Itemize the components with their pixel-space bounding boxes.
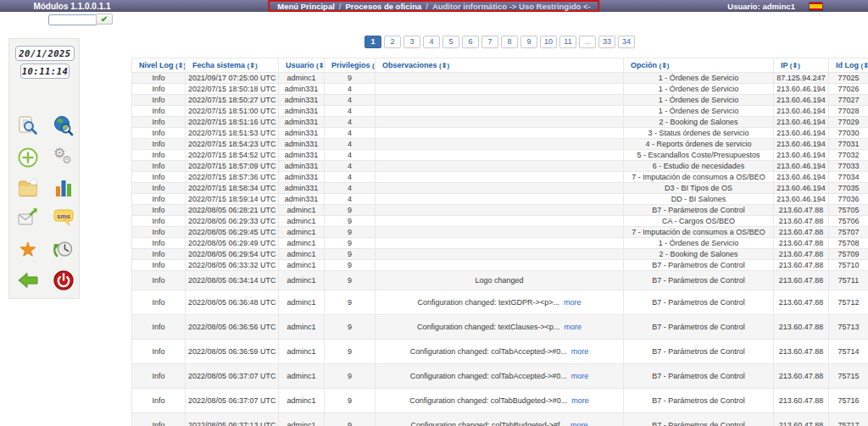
global-search-icon[interactable] [52,115,75,137]
cell-fecha: 2022/08/05 06:36:56 UTC [186,315,279,340]
pagination: 1234567891011...3334 [131,34,868,49]
page-button-6[interactable]: 6 [462,36,479,48]
column-header-usuario[interactable]: Usuario (⇕) [279,58,325,73]
observation-text: Configuration changed: colTabBudgeted->#… [411,421,566,426]
sort-icon[interactable]: (⇕) [175,62,185,69]
sort-icon[interactable]: (⇕) [439,62,449,69]
page-button-2[interactable]: 2 [384,36,401,48]
page-button-33[interactable]: 33 [598,36,615,48]
cell-usuario: admin331 [279,172,325,183]
back-icon[interactable] [16,269,40,291]
page-button-8[interactable]: 8 [501,36,518,48]
cell-usuario: adminc1 [279,271,325,290]
user-label: Usuario: adminc1 [727,0,795,12]
power-icon[interactable] [52,269,75,291]
cell-fecha: 2022/08/05 06:36:48 UTC [186,290,279,315]
page-button-7[interactable]: 7 [481,36,498,48]
page-button-4[interactable]: 4 [423,36,440,48]
cell-obs [376,249,624,260]
table-row: Info2022/07/15 18:51:16 UTCadmin33142 - … [132,117,868,128]
cell-ip: 213.60.46.194 [774,106,829,117]
breadcrumb-procesos-de-oficina[interactable]: Procesos de oficina [345,2,421,11]
cell-obs: Configuration changed: textClauses-><p..… [376,315,624,340]
cell-ip: 213.60.46.194 [774,117,829,128]
cell-usuario: adminc1 [279,73,325,84]
add-icon[interactable] [16,147,40,169]
send-mail-icon[interactable] [16,207,40,229]
breadcrumb-menu-principal[interactable]: Menú Principal [277,2,335,11]
breadcrumb-separator: / [339,2,342,11]
page-button-34[interactable]: 34 [618,36,635,48]
spain-flag-icon[interactable] [810,3,822,10]
sort-icon[interactable]: (⇕) [659,62,670,69]
column-header-ip[interactable]: IP (⇕) [774,58,829,73]
column-header-priv[interactable]: Privilegios (⇕) [325,58,376,73]
column-label: Opción [631,61,659,69]
cell-obs: Configuration changed: colTabBudgeted->#… [376,389,624,413]
cell-nivel: Info [132,84,186,95]
cell-usuario: admin331 [279,183,325,194]
cell-nivel: Info [132,271,186,290]
more-link[interactable]: more [571,372,589,380]
cell-usuario: admin331 [279,84,325,95]
cell-fecha: 2022/08/05 06:29:33 UTC [186,216,279,227]
cell-nivel: Info [132,364,186,389]
page-button-5[interactable]: 5 [442,36,459,48]
table-row: Info2021/09/17 07:25:00 UTCadminc191 - Ó… [132,73,868,84]
confirm-button[interactable]: ✔ [96,14,113,25]
sort-icon[interactable]: (⇕) [372,62,375,69]
page-button-11[interactable]: 11 [559,36,576,48]
cell-usuario: adminc1 [279,227,325,238]
app-title: Módulos 1.1.0.0.1.1 [0,0,144,12]
column-header-nivel[interactable]: Nivel Log (⇕) [132,58,186,73]
cell-priv: 4 [325,150,376,161]
sms-icon[interactable]: sms [52,207,75,229]
breadcrumb-auditor-informatico[interactable]: Auditor informático -> Uso Restringido <… [432,2,591,11]
page-button-3[interactable]: 3 [403,36,420,48]
sort-icon[interactable]: (⇕) [790,62,800,69]
settings-icon[interactable]: ⚙⚙ [52,147,75,169]
cell-opcion: B7 - Parámetros de Control [624,205,774,216]
sidebar: 20/1/2025 10:11:14 ⚙⚙ [8,38,80,299]
page-button-9[interactable]: 9 [520,36,537,48]
column-header-opcion[interactable]: Opción (⇕) [624,58,774,73]
more-link[interactable]: more [570,421,588,426]
documents-icon[interactable] [16,177,40,199]
more-link[interactable]: more [571,347,589,356]
more-link[interactable]: more [571,396,589,405]
cell-priv: 4 [325,117,376,128]
cell-nivel: Info [132,183,186,194]
page-button-1[interactable]: 1 [364,36,381,48]
cell-opcion: B7 - Parámetros de Control [624,389,774,413]
cell-usuario: adminc1 [279,389,325,413]
column-header-obs[interactable]: Observaciones (⇕) [376,58,624,73]
cell-opcion: DD - BI Salones [624,194,774,205]
breadcrumb: Menú Principal / Procesos de oficina / A… [268,0,599,12]
table-row: Info2022/08/05 06:29:49 UTCadminc191 - Ó… [132,238,868,249]
statistics-icon[interactable] [52,177,75,199]
more-link[interactable]: more [564,298,581,307]
cell-id: 75711 [829,271,868,290]
cell-ip: 213.60.47.88 [774,290,829,315]
table-row: Info2022/07/15 18:51:00 UTCadmin33141 - … [132,106,868,117]
log-search-icon[interactable] [16,115,40,137]
cell-obs [376,150,624,161]
cell-nivel: Info [132,315,186,340]
column-header-id[interactable]: Id Log (⇕) [829,58,868,73]
page-button-10[interactable]: 10 [540,36,557,48]
module-code-input[interactable] [48,14,97,25]
cell-priv: 9 [325,249,376,260]
cell-ip: 213.60.47.88 [774,340,829,364]
cell-usuario: adminc1 [279,340,325,364]
history-icon[interactable] [52,238,75,260]
column-header-fecha[interactable]: Fecha sistema (⇕) [186,58,279,73]
sort-icon[interactable]: (⇕) [316,62,324,69]
cell-fecha: 2022/07/15 18:51:00 UTC [186,106,279,117]
cell-opcion: 1 - Órdenes de Servicio [624,73,774,84]
sort-icon[interactable]: (⇕) [248,62,258,69]
favorites-icon[interactable]: ★ [16,238,40,260]
more-link[interactable]: more [565,323,582,331]
cell-opcion: CA - Cargos OS/BEO [624,216,774,227]
cell-obs [376,128,624,139]
sort-icon[interactable]: (⇕) [861,62,868,69]
